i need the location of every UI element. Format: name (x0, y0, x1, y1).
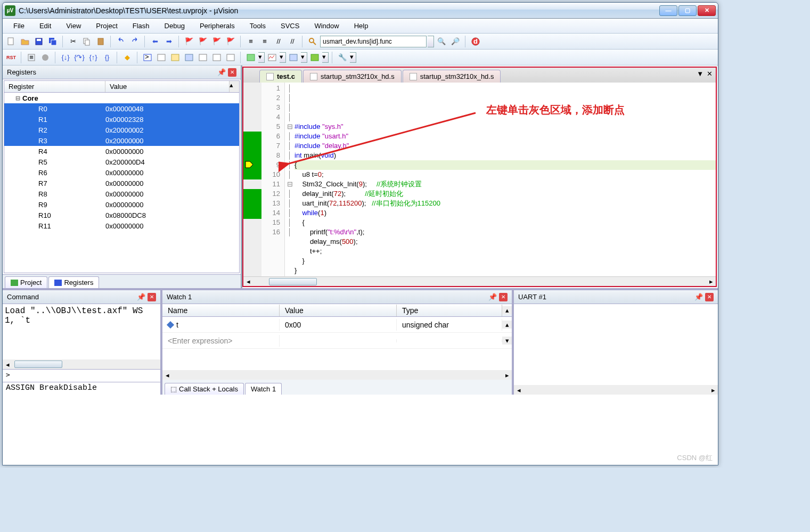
fold-gutter[interactable]: ││││⊟│││││⊟│││││ (285, 83, 294, 276)
trace-dropdown[interactable]: ▾ (301, 52, 307, 63)
forward-icon[interactable]: ➡ (162, 35, 175, 48)
command-input[interactable]: > (3, 369, 160, 382)
menu-tools[interactable]: Tools (242, 20, 273, 32)
command-output[interactable]: Load "..\\OBJ\\test.axf" WS 1, `t (3, 304, 160, 359)
scrollbar-up-icon[interactable]: ▴ (230, 81, 239, 92)
serial-dropdown[interactable]: ▾ (258, 52, 265, 63)
core-group[interactable]: Core (20, 94, 105, 102)
indent-icon[interactable]: ≡ (244, 35, 257, 48)
menu-edit[interactable]: Edit (32, 20, 59, 32)
scroll-down-icon[interactable]: ▾ (502, 337, 512, 345)
minimize-button[interactable]: — (659, 5, 677, 16)
save-icon[interactable] (32, 35, 45, 48)
callstack-window-icon[interactable] (197, 51, 209, 64)
show-next-icon[interactable]: ◆ (121, 51, 134, 64)
register-row[interactable]: R90x00000000 (4, 199, 239, 210)
marker-gutter[interactable] (243, 83, 261, 276)
analysis-window-icon[interactable] (266, 51, 279, 64)
uart-output[interactable] (514, 304, 718, 385)
menu-file[interactable]: File (6, 20, 32, 32)
menu-peripherals[interactable]: Peripherals (192, 20, 242, 32)
menu-svcs[interactable]: SVCS (273, 20, 307, 32)
step-into-icon[interactable]: {↓} (59, 51, 72, 64)
watch-col-value[interactable]: Value (280, 305, 397, 316)
project-tab[interactable]: Project (5, 276, 47, 288)
back-icon[interactable]: ⬅ (149, 35, 161, 48)
watch-enter[interactable]: <Enter expression> (162, 335, 280, 347)
menu-flash[interactable]: Flash (125, 20, 157, 32)
editor-body[interactable]: 12345678910111213141516 ││││⊟│││││⊟│││││… (243, 83, 716, 276)
debug-icon[interactable]: d (469, 35, 482, 48)
serial-window-icon[interactable] (244, 51, 257, 64)
paste-icon[interactable] (94, 35, 107, 48)
register-row[interactable]: R110x00000000 (4, 220, 239, 231)
watch1-tab[interactable]: Watch 1 (245, 383, 282, 395)
search-input[interactable] (320, 36, 427, 47)
code-area[interactable]: 左键单击灰色区域，添加断点 #include "sys.h"#include "… (294, 83, 716, 276)
pin-icon[interactable]: 📌 (694, 293, 703, 301)
register-row[interactable]: R20x20000002 (4, 125, 239, 135)
comment-icon[interactable]: // (272, 35, 285, 48)
register-row[interactable]: R10x00002328 (4, 114, 239, 125)
close-panel-icon[interactable]: ✕ (148, 293, 156, 301)
tab-dropdown-icon[interactable]: ▼ (697, 70, 703, 78)
registers-window-icon[interactable] (183, 51, 195, 64)
step-over-icon[interactable]: {↷} (73, 51, 86, 64)
assign-line[interactable]: ASSIGN BreakDisable (3, 382, 160, 395)
maximize-button[interactable]: ▢ (678, 5, 697, 16)
register-row[interactable]: R50x200000D4 (4, 157, 239, 167)
new-file-icon[interactable] (5, 35, 18, 48)
command-scrollbar[interactable]: ◂ (3, 359, 160, 369)
step-out-icon[interactable]: {↑} (87, 51, 100, 64)
redo-icon[interactable] (128, 35, 141, 48)
watch-col-type[interactable]: Type (397, 305, 502, 316)
memory-window-icon[interactable] (224, 51, 237, 64)
cut-icon[interactable]: ✂ (67, 35, 79, 48)
undo-icon[interactable] (114, 35, 127, 48)
editor-h-scrollbar[interactable]: ◂ ▸ (243, 276, 716, 286)
pin-icon[interactable]: 📌 (217, 68, 226, 77)
bookmark-clear-icon[interactable]: 🚩 (224, 35, 237, 48)
close-panel-icon[interactable]: ✕ (499, 293, 508, 301)
menu-help[interactable]: Help (347, 20, 376, 32)
uncomment-icon[interactable]: // (286, 35, 299, 48)
bookmark-prev-icon[interactable]: 🚩 (197, 35, 209, 48)
pin-icon[interactable]: 📌 (488, 293, 497, 301)
analysis-dropdown[interactable]: ▾ (280, 52, 286, 63)
collapse-icon[interactable]: ⊟ (15, 95, 20, 102)
system-dropdown[interactable]: ▾ (322, 52, 329, 63)
menu-project[interactable]: Project (88, 20, 125, 32)
reset-icon[interactable]: RST (5, 51, 18, 64)
trace-window-icon[interactable] (287, 51, 300, 64)
reg-col-name[interactable]: Register (4, 81, 105, 92)
callstack-tab[interactable]: ⬚Call Stack + Locals (165, 383, 244, 395)
symbols-window-icon[interactable] (169, 51, 182, 64)
reg-col-value[interactable]: Value (105, 81, 230, 92)
find-in-files-icon[interactable]: 🔍 (435, 35, 448, 48)
register-row[interactable]: R70x00000000 (4, 178, 239, 189)
stop-icon[interactable] (39, 51, 52, 64)
command-window-icon[interactable]: > (141, 51, 154, 64)
pin-icon[interactable]: 📌 (137, 293, 145, 301)
outdent-icon[interactable]: ≡ (258, 35, 271, 48)
run-icon[interactable]: ≡ (25, 51, 38, 64)
menu-window[interactable]: Window (307, 20, 346, 32)
menu-debug[interactable]: Debug (157, 20, 192, 32)
run-to-cursor-icon[interactable]: {} (101, 51, 113, 64)
search-dropdown[interactable] (428, 36, 434, 47)
close-button[interactable]: ✕ (698, 5, 716, 16)
registers-tab[interactable]: Registers (48, 276, 99, 288)
bookmark-icon[interactable]: 🚩 (183, 35, 195, 48)
tab-close-icon[interactable]: ✕ (707, 70, 713, 78)
watch-window-icon[interactable] (210, 51, 223, 64)
scroll-up-icon[interactable]: ▴ (502, 306, 512, 314)
bookmark-next-icon[interactable]: 🚩 (210, 35, 223, 48)
toolbox-icon[interactable]: 🔧 (336, 51, 349, 64)
register-row[interactable]: R100x08000DC8 (4, 210, 239, 220)
editor-tab-1[interactable]: startup_stm32f10x_hd.s (303, 70, 402, 83)
copy-icon[interactable] (80, 35, 93, 48)
editor-tab-2[interactable]: startup_stm32f10x_hd.s (403, 70, 501, 83)
watch-row[interactable]: t0x00unsigned char▴ (162, 317, 512, 333)
toolbox-dropdown[interactable]: ▾ (350, 52, 356, 63)
uart-scrollbar[interactable]: ◂▸ (514, 385, 718, 395)
